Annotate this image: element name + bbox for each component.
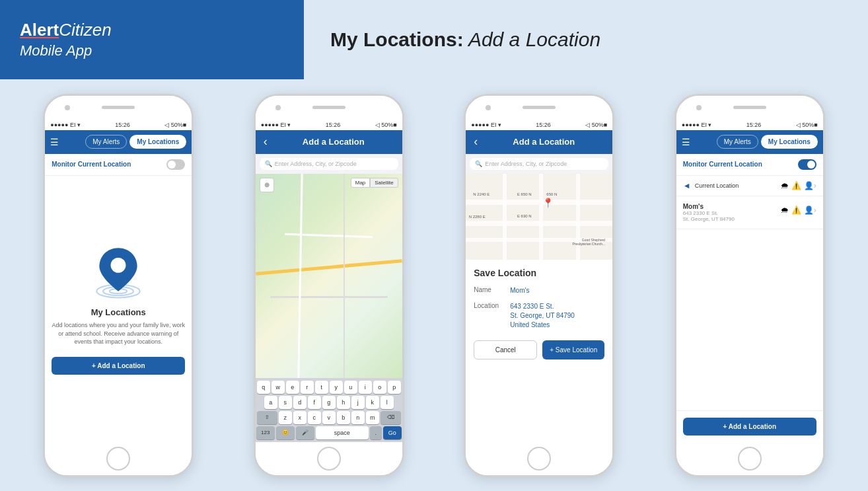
phone-4-speaker	[733, 106, 766, 109]
p4-status-time: 15:26	[746, 122, 762, 128]
list-item-current[interactable]: ◄ Current Location 🌧 ⚠️ 👤 ›	[676, 176, 823, 196]
kb-y[interactable]: y	[330, 381, 343, 394]
phone-1: ●●●●● EI ▾ 15:26 ◁ 50%■ ☰ My Alerts My L…	[43, 94, 194, 477]
page-title-italic: Add a Location	[464, 28, 600, 50]
kb-period[interactable]: .	[370, 426, 382, 439]
phone-1-bottom	[45, 442, 192, 475]
monitor-toggle-4[interactable]	[798, 159, 816, 170]
phone-1-top	[45, 96, 192, 120]
back-arrow-3-icon[interactable]: ‹	[474, 135, 478, 149]
kb-s[interactable]: s	[279, 396, 292, 409]
kb-d[interactable]: d	[293, 396, 307, 409]
hamburger-icon[interactable]: ☰	[50, 137, 59, 147]
satellite-btn[interactable]: Satellite	[370, 178, 398, 188]
phone-2-keyboard: q w e r t y u i o p a s d	[256, 378, 402, 442]
moms-location-icons: 🌧 ⚠️ 👤	[781, 206, 814, 215]
kb-w[interactable]: w	[271, 381, 285, 394]
kb-n[interactable]: n	[351, 411, 365, 424]
kb-row-4: 123 😊 🎤 space . Go	[258, 426, 400, 439]
kb-m[interactable]: m	[366, 411, 379, 424]
phone-3-search[interactable]: 🔍 Enter Address, City, or Zipcode	[470, 158, 608, 170]
kb-c[interactable]: c	[308, 411, 321, 424]
kb-row-1: q w e r t y u i o p	[257, 381, 401, 394]
kb-row-2: a s d f g h j k l	[257, 396, 401, 409]
kb-h[interactable]: h	[337, 396, 350, 409]
home-button-3[interactable]	[527, 447, 551, 471]
road-v2	[539, 174, 543, 260]
logo: AlertCitizen Mobile App	[20, 19, 112, 60]
road-4	[298, 174, 303, 378]
kb-i[interactable]: i	[359, 381, 372, 394]
phone-2-camera	[275, 105, 281, 110]
back-arrow-icon[interactable]: ‹	[264, 135, 268, 149]
phone-4-screen: ☰ My Alerts My Locations Monitor Current…	[676, 130, 823, 442]
p3-status-left: ●●●●● EI ▾	[471, 122, 501, 128]
kb-z[interactable]: z	[279, 411, 292, 424]
phone-4-footer: + Add a Location	[676, 410, 823, 442]
phones-container: ●●●●● EI ▾ 15:26 ◁ 50%■ ☰ My Alerts My L…	[0, 79, 868, 491]
hamburger-icon-4[interactable]: ☰	[682, 137, 690, 147]
person-icon-2: 👤	[804, 206, 814, 215]
home-button-2[interactable]	[317, 447, 341, 471]
monitor-row-1: Monitor Current Location	[45, 154, 192, 176]
header-right-panel: My Locations: Add a Location	[304, 0, 868, 79]
kb-l[interactable]: l	[380, 396, 394, 409]
road-3	[270, 296, 388, 298]
moms-location-name: Mom's	[683, 203, 781, 210]
tab-locations-4[interactable]: My Locations	[761, 135, 818, 149]
kb-o[interactable]: o	[373, 381, 386, 394]
kb-shift[interactable]: ⇧	[257, 411, 277, 424]
warning-icon-2: ⚠️	[791, 206, 801, 215]
home-button-1[interactable]	[106, 447, 130, 471]
kb-f[interactable]: f	[308, 396, 321, 409]
phone-3-bottom	[466, 442, 612, 475]
kb-go[interactable]: Go	[383, 426, 402, 439]
list-item-moms[interactable]: Mom's 643 2330 E St. St. George, UT 8479…	[676, 196, 823, 229]
kb-123[interactable]: 123	[256, 426, 275, 439]
save-location-button[interactable]: + Save Location	[542, 340, 604, 359]
kb-k[interactable]: k	[366, 396, 379, 409]
kb-emoji[interactable]: 😊	[276, 426, 295, 439]
monitor-toggle-1[interactable]	[166, 159, 185, 170]
phone-4-bottom	[676, 442, 823, 475]
kb-g[interactable]: g	[322, 396, 336, 409]
kb-e[interactable]: e	[286, 381, 299, 394]
kb-space[interactable]: space	[316, 426, 369, 439]
cancel-button[interactable]: Cancel	[474, 340, 537, 359]
moms-location-container: Mom's 643 2330 E St. St. George, UT 8479…	[683, 203, 781, 222]
kb-mic[interactable]: 🎤	[296, 426, 314, 439]
tab-alerts-4[interactable]: My Alerts	[717, 135, 758, 149]
kb-r[interactable]: r	[301, 381, 314, 394]
kb-u[interactable]: u	[344, 381, 357, 394]
map-btn[interactable]: Map	[351, 178, 371, 188]
tab-alerts-1[interactable]: My Alerts	[85, 135, 127, 149]
kb-t[interactable]: t	[315, 381, 328, 394]
home-button-4[interactable]	[738, 447, 762, 471]
street-label-4: 650 N	[546, 192, 557, 196]
search-icon-2: 🔍	[265, 161, 272, 167]
locate-btn[interactable]: ⊕	[260, 178, 274, 192]
kb-q[interactable]: q	[257, 381, 270, 394]
phone-4-nav: ☰ My Alerts My Locations	[676, 130, 823, 154]
map-grid-3: N 2240 E N 2280 E E 650 N 650 N E 630 N …	[466, 174, 612, 260]
save-form-buttons: Cancel + Save Location	[474, 340, 604, 359]
kb-b[interactable]: b	[337, 411, 350, 424]
search-placeholder-3: Enter Address, City, or Zipcode	[485, 161, 567, 167]
road-v3	[576, 174, 580, 260]
add-location-btn-4[interactable]: + Add a Location	[683, 418, 816, 435]
kb-v[interactable]: v	[322, 411, 336, 424]
kb-j[interactable]: j	[351, 396, 365, 409]
form-location-value: 643 2330 E St.St. George, UT 84790United…	[510, 302, 575, 330]
kb-p[interactable]: p	[388, 381, 401, 394]
p4-status-right: ◁ 50%■	[796, 122, 818, 128]
phone-4-camera	[696, 105, 702, 110]
phone-2-search[interactable]: 🔍 Enter Address, City, or Zipcode	[260, 158, 398, 170]
current-location-icons: 🌧 ⚠️ 👤	[781, 181, 814, 190]
kb-delete[interactable]: ⌫	[380, 411, 401, 424]
map-placeholder-2: Map Satellite ⊕	[256, 174, 402, 378]
kb-x[interactable]: x	[293, 411, 307, 424]
add-location-btn-1[interactable]: + Add a Location	[52, 357, 185, 375]
tab-locations-1[interactable]: My Locations	[129, 135, 186, 149]
phone-2-screen: ‹ Add a Location 🔍 Enter Address, City, …	[256, 130, 402, 442]
kb-a[interactable]: a	[264, 396, 277, 409]
